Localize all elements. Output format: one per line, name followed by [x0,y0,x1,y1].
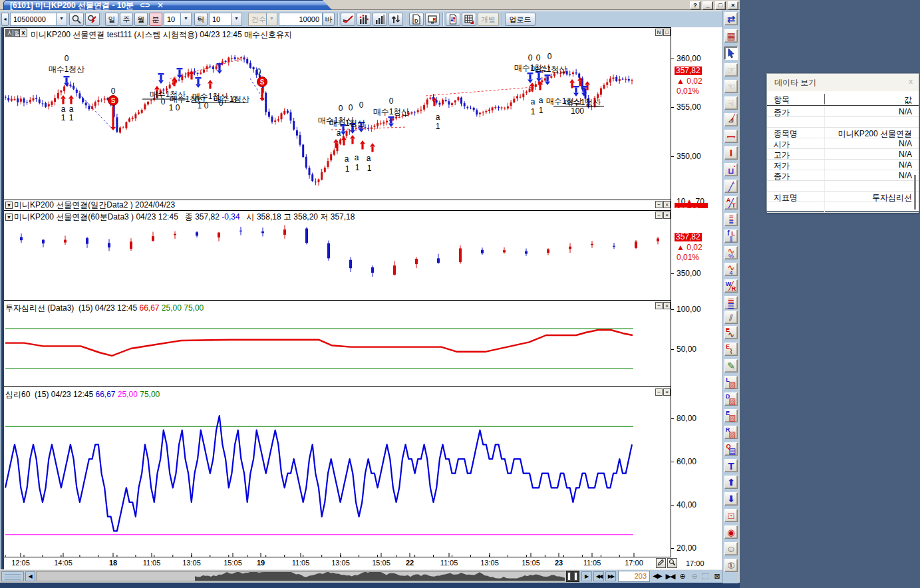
period-day-button[interactable]: 일 [105,13,118,26]
visible-count-input[interactable]: 203 [618,571,650,582]
chevron-down-icon[interactable]: ▼ [56,13,67,25]
simri-panel-header[interactable]: 심리60 (15) 04/23 12:45 66,67 25,00 75,00 [5,389,160,400]
scroll-fast-left-button[interactable]: ◀◀ [593,571,604,581]
smiley-button[interactable]: ☺ [724,542,738,555]
monitor-r-button[interactable]: R [425,13,440,26]
close-zoom-icon[interactable]: ⊠ [712,571,722,581]
circle-tool-button[interactable]: ◉ [724,525,738,539]
bar-dots-chart-button[interactable] [357,13,371,26]
hand-doc-button[interactable]: ☜ [724,80,738,93]
window-title-tab[interactable]: [6101] 미니KP200 선물연결 - 10분 ⊂⊃ ✕ [3,0,332,10]
step-line-button[interactable]: ⊔▪ [724,163,738,176]
arrow-down-button[interactable]: ⬇ [724,492,738,506]
pencil-button[interactable]: ✎ [724,359,738,372]
doc-compare-button[interactable] [446,13,460,26]
arrow-up-button[interactable]: ⬆ [724,476,738,489]
wave-pct-button[interactable]: ∿% [724,246,738,259]
swap-button[interactable]: ⇄ [724,12,738,25]
panel-separator[interactable] [4,300,671,301]
panel-separator[interactable] [4,210,671,211]
info-button[interactable]: ① [724,559,738,572]
dataview-row[interactable]: 지표명투자심리선 [767,192,919,202]
bar-unit-button[interactable]: 바 [323,13,335,26]
chevron-down-icon[interactable]: ▼ [231,13,241,25]
panel-close-button[interactable]: × [663,388,671,396]
column-divider[interactable] [824,94,825,104]
chevron-down-icon[interactable]: ▼ [180,13,191,25]
wave-num-button[interactable]: ∿4 [724,263,738,276]
panel-collapse-icon[interactable]: ▼ [5,202,13,209]
panel-collapse-icon[interactable]: ▼ [5,214,13,221]
close-button[interactable]: × [728,1,738,10]
panel-minimize-button[interactable]: − [655,212,663,219]
panel-close-button[interactable]: × [663,302,671,309]
dataview-row[interactable]: 저가N/A [767,160,919,170]
expand-horizontal-icon[interactable]: ◀▶ [652,571,663,581]
dataview-row[interactable]: 종목명미니KP200 선물연결 [767,128,919,138]
panel-separator[interactable] [4,386,671,387]
doc-d-button[interactable]: D [409,13,424,26]
upload-button[interactable]: 업로드 [505,13,536,26]
fib-lines-button[interactable]: ≡≡ [724,213,738,226]
text-tool-button[interactable]: T [724,459,738,472]
dataview-row[interactable]: 고가N/A [767,149,919,160]
dataview-row[interactable]: 종가N/A [767,170,919,181]
toolbar-collapse-button[interactable]: ◂ [1,13,9,26]
test-badge-close-button[interactable]: x [19,29,27,37]
panel-minimize-button[interactable]: − [655,388,663,396]
price-axis-pane[interactable]: 360,00355,00350,00350,00100,0050,0080,00… [671,27,722,569]
period-week-button[interactable]: 주 [120,13,133,26]
time-axis-row[interactable]: 12:0514:051811:0513:0515:051911:0513:051… [4,557,671,569]
bar-chart-type-button[interactable] [373,13,387,26]
square-tool-button[interactable]: □▪ [724,509,738,522]
sentiment-panel-header[interactable]: 투자심리선 (Data3) (15) 04/23 12:45 66,67 25,… [5,303,204,314]
zoom-tool-button[interactable] [667,558,677,568]
scrollbar-thumb[interactable] [566,571,579,582]
r-hatch-button[interactable]: R▨ [724,426,738,439]
sort-updown-button[interactable] [388,13,403,26]
tick-interval-combo[interactable]: 10 ▼ [209,13,242,26]
levels-button[interactable]: ≣≣ [724,296,738,309]
dataview-row[interactable] [767,181,919,192]
dataview-row[interactable] [767,202,919,213]
zoom-in-icon[interactable]: ⊕ [677,571,688,581]
fl-bars-button[interactable]: fL⫼ [724,229,738,243]
period-minute-button[interactable]: 분 [149,13,162,26]
line-chart-button[interactable]: ⊿╱ [724,113,738,126]
vline-button[interactable]: I [724,146,738,160]
minute-interval-combo[interactable]: 10 ▼ [164,13,192,26]
grid-table-button[interactable] [462,13,476,26]
scroll-left-button[interactable]: ◀ [25,571,35,581]
dataview-scrollbar[interactable] [914,175,916,210]
panel-normal-button[interactable]: N [655,29,663,36]
ewave2-button[interactable]: E⌇ [724,343,738,356]
maximize-button[interactable]: □ [715,1,726,10]
panel-close-button[interactable]: × [663,201,671,208]
ewave1-button[interactable]: E∿ [724,326,738,339]
annotate-pencil-button[interactable] [656,558,666,568]
d-hatch-button[interactable]: D▨ [724,392,738,406]
collapse-horizontal-icon[interactable]: ▶◀ [665,571,675,581]
bar-count-input[interactable]: 10000 [279,13,323,26]
help-button[interactable]: ? [690,1,700,10]
e-hatch-button[interactable]: E▨ [724,409,738,422]
scroll-fast-right-button[interactable]: ▶▶ [605,571,616,581]
panel-minimize-button[interactable]: − [655,302,663,309]
hand-chart-button[interactable]: ☞ [724,63,738,76]
hsegment-button[interactable]: ▪—▪ [724,130,738,143]
scroll-right-button[interactable]: ▶ [581,571,592,581]
link-icon[interactable]: ⊂⊃ [140,1,150,10]
dataview-row[interactable] [767,117,919,128]
panel-maximize-button[interactable]: □ [663,29,671,36]
hand-edit-button[interactable]: ☟ [724,96,738,110]
scrollbar-grip[interactable] [1,571,24,581]
diagonal-button[interactable]: ╱▪ [724,180,738,193]
daily-panel-header[interactable]: ▼미니KP200 선물연결(일간Data2 ) 2024/04/23 [5,200,175,209]
wr-button[interactable]: W╱R [724,279,738,293]
h60-panel-header[interactable]: ▼미니KP200 선물연결(60분Data3 ) 04/23 12:45 종 3… [5,212,355,223]
line-chart-type-button[interactable] [341,13,355,26]
search-recent-button[interactable] [85,13,100,26]
scrollbar-track[interactable] [36,571,565,581]
angle-text-button[interactable]: A╱T [724,196,738,210]
panel-minimize-button[interactable]: − [655,201,663,208]
